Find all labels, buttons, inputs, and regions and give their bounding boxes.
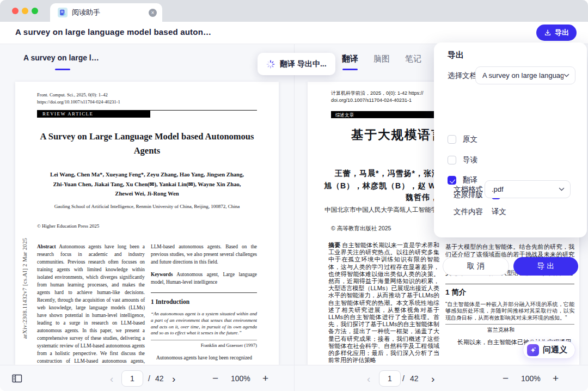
zoom-out-button[interactable]: − [503, 365, 509, 391]
pane-divider [294, 44, 295, 391]
authors-line: Zhi-Yuan Chen, Jiakai Tang, Xu Chen(✉), … [26, 180, 268, 190]
keywords-paragraph: Keywords Autonomous agent, Large languag… [151, 271, 257, 286]
document-title: A survey on large language model based a… [15, 27, 211, 36]
download-icon [544, 29, 552, 36]
section-rule [151, 292, 257, 293]
select-document-label: 选择文档 [448, 71, 477, 81]
section-rule-cn [445, 284, 574, 284]
article-type-badge-cn: 综述文章 [331, 111, 445, 118]
zoom-in-button[interactable]: + [553, 365, 559, 391]
abstract-text-cn: 自主智能体长期以来一直是学术界和工业界关注的研究热点。以往的研究多集中于在孤立环… [328, 242, 439, 363]
toast-text: 翻译 导出中... [280, 59, 327, 69]
left-pane-toolbar: ‹ 1 / 42 › − 100% + [0, 365, 294, 391]
tab-title: 阅读助手 [72, 8, 149, 17]
page-total: 42 [155, 365, 164, 391]
cancel-button[interactable]: 取 消 [443, 257, 509, 276]
ask-tongyi-button[interactable]: 问通义 [523, 341, 575, 359]
authors-line: Lei Wang, Chen Ma*, Xueyang Feng*, Zeyu … [26, 170, 268, 180]
browser-tab[interactable]: 阅读助手 × [50, 3, 162, 22]
confirm-export-button[interactable]: 导 出 [513, 257, 579, 276]
abstract-text: Autonomous agents have long been a resea… [37, 244, 145, 365]
app-window: 阅读助手 × A survey on large language model … [0, 0, 588, 391]
option-row-guide: 导读 [448, 155, 477, 165]
column-paragraph: LLM-based autonomous agents. Based on th… [151, 243, 257, 266]
format-label: 文档格式 [454, 185, 483, 194]
traffic-lights [12, 8, 38, 14]
checkbox-original[interactable] [448, 135, 456, 144]
option-row-original: 原文 [448, 135, 477, 144]
app-header: A survey on large language model based a… [0, 22, 588, 44]
abstract-label-cn: 摘要 [328, 242, 342, 248]
journal-line: Front. Comput. Sci., 2025, 0(0): 1–42 [37, 92, 108, 97]
document-select[interactable]: A survey on large languag… [475, 66, 575, 84]
minimize-window-button[interactable] [22, 8, 28, 14]
page-separator: / [402, 365, 405, 391]
reader-app-icon [58, 8, 68, 17]
abstract-label: Abstract [37, 244, 56, 249]
authors-line-cn: 旭（B），林彦凯（B），赵 Way [324, 181, 445, 191]
tongyi-logo-icon [527, 344, 539, 356]
file-content-row: 文件内容 译文 [454, 207, 506, 217]
chevron-down-icon [559, 187, 565, 191]
close-window-button[interactable] [12, 8, 19, 14]
export-dialog: 导出 选择文档 A survey on large languag… 原文 导读… [434, 42, 587, 237]
page-total: 42 [410, 365, 419, 391]
zoom-level: 100% [521, 365, 541, 391]
paper-affiliation-cn: 中国北京市中国人民大学高瓴人工智能学 [324, 206, 437, 214]
journal-line-cn: 计算机科学前沿，2025，0(0): 1-42 https:// doi.org… [331, 90, 424, 104]
checkbox-guide[interactable] [448, 156, 456, 164]
dialog-title: 导出 [448, 50, 464, 60]
export-button[interactable]: 导出 [536, 25, 577, 41]
zoom-in-button[interactable]: + [262, 365, 268, 391]
zoom-out-button[interactable]: − [212, 365, 218, 391]
keywords-label: Keywords [151, 272, 173, 277]
tab-mindmap[interactable]: 脑图 [373, 54, 390, 64]
left-document-tab-underline [55, 69, 70, 70]
second-column: LLM-based autonomous agents. Based on th… [151, 243, 257, 362]
right-pane-toolbar: ‹ 1 / 42 › − 100% + [294, 365, 588, 391]
dialog-buttons: 取 消 导 出 [443, 257, 578, 276]
prev-page-button[interactable]: ‹ [367, 365, 370, 391]
file-content-label: 文件内容 [454, 207, 483, 217]
option-row-translation: 翻译 [448, 175, 477, 185]
doi-line: https://doi.org/10.1007/s11704-024-40231… [37, 99, 120, 105]
checkbox-translation[interactable] [448, 176, 456, 185]
epigraph-quote: “An autonomous agent is a system situate… [151, 311, 257, 337]
quote-attribution-cn: 富兰克林和 [445, 324, 574, 334]
checkbox-original-label: 原文 [463, 135, 477, 144]
abstract-column: Abstract Autonomous agents have long bee… [37, 243, 145, 365]
section-heading-cn: 1 简介 [445, 289, 574, 296]
prev-page-button[interactable]: ‹ [110, 365, 113, 391]
page-separator: / [148, 365, 150, 391]
intro-paragraph: Autonomous agents have long been recogni… [151, 354, 257, 362]
tab-translate[interactable]: 翻译 [342, 54, 358, 64]
paper-copyright: © Higher Education Press 2025 [37, 223, 99, 229]
thumbnail-sidebar-toggle[interactable] [12, 365, 22, 391]
article-type-badge: REVIEW ARTICLE [37, 111, 150, 118]
paper-copyright-cn: © 高等教育出版社 2025 [331, 225, 391, 233]
next-page-button[interactable]: › [172, 365, 175, 391]
fullscreen-window-button[interactable] [32, 8, 38, 14]
paper-title: A Survey on Large Language Model based A… [37, 130, 257, 158]
tab-close-icon[interactable]: × [149, 9, 157, 17]
left-document-tab[interactable]: A survey on large l… [23, 53, 99, 62]
page-number-input[interactable]: 1 [121, 370, 143, 387]
window-chrome-bar: 阅读助手 × [0, 0, 588, 22]
pdf-page-original: Front. Comput. Sci., 2025, 0(0): 1–42 ht… [15, 82, 279, 365]
document-select-value: A survey on large languag… [482, 71, 564, 80]
format-select[interactable]: .pdf [485, 180, 571, 198]
next-page-button[interactable]: › [431, 365, 434, 391]
format-select-value: .pdf [492, 185, 559, 193]
page-number-input[interactable]: 1 [379, 370, 401, 387]
abstract-column-cn: 摘要 自主智能体长期以来一直是学术界和工业界关注的研究热点。以往的研究多集中于在… [328, 242, 439, 364]
quote-attribution: Franklin and Graesser (1997) [151, 340, 257, 349]
export-button-label: 导出 [555, 28, 569, 38]
tab-notes[interactable]: 笔记 [405, 54, 421, 64]
journal-line-1: 计算机科学前沿，2025，0(0): 1-42 https:// [331, 90, 424, 97]
authors-line: Zhewei Wei, Ji-Rong Wen [26, 189, 268, 199]
paper-authors: Lei Wang, Chen Ma*, Xueyang Feng*, Zeyu … [26, 170, 268, 199]
chevron-down-icon [564, 74, 569, 77]
export-progress-toast: 翻译 导出中... [258, 53, 335, 75]
section-heading: 1 Introduction [151, 298, 257, 306]
epigraph-quote-cn: “自主智能体是一种嵌入并部分融入环境的系统，它能够感知所处环境，并随时间推移对其… [445, 301, 574, 321]
